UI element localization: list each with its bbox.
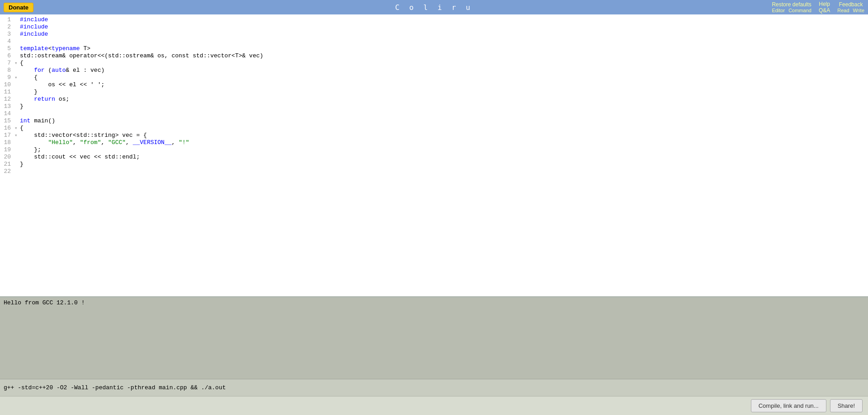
line-number: 20 <box>0 154 14 161</box>
header-right: Restore defaults Editor Command Help Q&A… <box>772 1 864 14</box>
code-content: return os; <box>20 96 868 103</box>
line-number: 17 <box>0 132 14 139</box>
feedback-group: Feedback Read Write <box>837 1 864 13</box>
table-row: 17▾ std::vector<std::string> vec = { <box>0 132 868 139</box>
code-content: } <box>20 161 868 168</box>
fold-marker <box>14 52 20 60</box>
line-number: 8 <box>0 67 14 74</box>
fold-marker[interactable]: ▾ <box>14 60 20 67</box>
code-content: } <box>20 89 868 96</box>
table-row: 20 std::cout << vec << std::endl; <box>0 154 868 161</box>
read-link[interactable]: Read <box>837 8 849 13</box>
fold-marker <box>14 139 20 146</box>
donate-button[interactable]: Donate <box>4 3 33 12</box>
action-bar: Compile, link and run... Share! <box>0 396 868 415</box>
help-link[interactable]: Help <box>819 1 830 7</box>
command-input[interactable] <box>4 384 864 391</box>
code-content: std::cout << vec << std::endl; <box>20 154 868 161</box>
line-number: 3 <box>0 31 14 38</box>
table-row: 5template<typename T> <box>0 45 868 52</box>
fold-marker[interactable]: ▾ <box>14 132 20 139</box>
code-content: { <box>20 125 868 132</box>
line-number: 14 <box>0 110 14 117</box>
code-content: std::vector<std::string> vec = { <box>20 132 868 139</box>
table-row: 6std::ostream& operator<<(std::ostream& … <box>0 52 868 60</box>
code-content: std::ostream& operator<<(std::ostream& o… <box>20 52 868 60</box>
table-row: 13} <box>0 103 868 110</box>
table-row: 2#include <box>0 23 868 31</box>
table-row: 1#include <box>0 16 868 23</box>
code-content <box>20 110 868 117</box>
restore-defaults-link[interactable]: Restore defaults <box>772 1 811 8</box>
line-number: 6 <box>0 52 14 60</box>
line-number: 10 <box>0 81 14 89</box>
fold-marker <box>14 117 20 125</box>
line-number: 16 <box>0 125 14 132</box>
write-link[interactable]: Write <box>853 8 864 13</box>
fold-marker <box>14 110 20 117</box>
fold-marker <box>14 38 20 45</box>
fold-marker[interactable]: ▾ <box>14 125 20 132</box>
code-content: #include <box>20 31 868 38</box>
line-number: 21 <box>0 161 14 168</box>
line-number: 11 <box>0 89 14 96</box>
line-number: 1 <box>0 16 14 23</box>
table-row: 7▾{ <box>0 60 868 67</box>
output-panel: Hello from GCC 12.1.0 ! <box>0 298 868 379</box>
code-content: template<typename T> <box>20 45 868 52</box>
fold-marker <box>14 16 20 23</box>
line-number: 18 <box>0 139 14 146</box>
code-content: } <box>20 103 868 110</box>
line-number: 19 <box>0 146 14 154</box>
fold-marker <box>14 168 20 175</box>
fold-marker <box>14 67 20 74</box>
line-number: 12 <box>0 96 14 103</box>
line-number: 13 <box>0 103 14 110</box>
table-row: 4 <box>0 38 868 45</box>
code-content: #include <box>20 16 868 23</box>
code-content: os << el << ' '; <box>20 81 868 89</box>
fold-marker <box>14 23 20 31</box>
share-button[interactable]: Share! <box>830 399 863 412</box>
fold-marker <box>14 161 20 168</box>
line-number: 5 <box>0 45 14 52</box>
code-content <box>20 38 868 45</box>
fold-marker <box>14 81 20 89</box>
table-row: 10 os << el << ' '; <box>0 81 868 89</box>
code-content: for (auto& el : vec) <box>20 67 868 74</box>
table-row: 19 }; <box>0 146 868 154</box>
line-number: 22 <box>0 168 14 175</box>
fold-marker <box>14 96 20 103</box>
table-row: 11 } <box>0 89 868 96</box>
fold-marker <box>14 89 20 96</box>
site-title: C o l i r u <box>395 3 473 12</box>
fold-marker <box>14 103 20 110</box>
command-bar <box>0 379 868 396</box>
line-number: 2 <box>0 23 14 31</box>
compile-button[interactable]: Compile, link and run... <box>751 399 826 412</box>
editor-link[interactable]: Editor <box>772 8 785 13</box>
code-content: { <box>20 60 868 67</box>
header: Donate C o l i r u Restore defaults Edit… <box>0 0 868 14</box>
table-row: 14 <box>0 110 868 117</box>
table-row: 9▾ { <box>0 74 868 81</box>
help-group: Help Q&A <box>819 1 830 14</box>
code-content: }; <box>20 146 868 154</box>
table-row: 16▾{ <box>0 125 868 132</box>
fold-marker <box>14 154 20 161</box>
code-content <box>20 168 868 175</box>
qa-link[interactable]: Q&A <box>819 7 830 14</box>
command-link[interactable]: Command <box>788 8 811 13</box>
code-content: #include <box>20 23 868 31</box>
table-row: 21} <box>0 161 868 168</box>
restore-defaults-group: Restore defaults Editor Command <box>772 1 811 13</box>
line-number: 7 <box>0 60 14 67</box>
table-row: 3#include <box>0 31 868 38</box>
table-row: 12 return os; <box>0 96 868 103</box>
fold-marker[interactable]: ▾ <box>14 74 20 81</box>
editor-area: 1#include 2#include 3#include 45template… <box>0 14 868 296</box>
code-editor[interactable]: 1#include 2#include 3#include 45template… <box>0 14 868 296</box>
fold-marker <box>14 45 20 52</box>
feedback-link[interactable]: Feedback <box>839 1 863 8</box>
table-row: 8 for (auto& el : vec) <box>0 67 868 74</box>
